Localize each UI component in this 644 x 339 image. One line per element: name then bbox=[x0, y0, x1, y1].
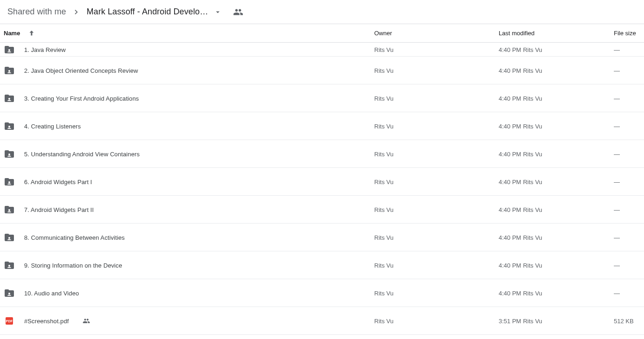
item-name: 3. Creating Your First Android Applicati… bbox=[24, 95, 139, 102]
column-header-name-label: Name bbox=[4, 30, 20, 37]
modified-cell: 4:40 PMRits Vu bbox=[499, 168, 614, 196]
column-header-row: Name Owner Last modified File size bbox=[0, 24, 644, 43]
modified-by: Rits Vu bbox=[523, 123, 542, 130]
folder-row[interactable]: 9. Storing Information on the DeviceRits… bbox=[0, 251, 644, 279]
modified-cell: 4:40 PMRits Vu bbox=[499, 112, 614, 140]
folder-row[interactable]: 10. Audio and VideoRits Vu4:40 PMRits Vu… bbox=[0, 279, 644, 307]
svg-point-3 bbox=[8, 126, 10, 128]
folder-row[interactable]: 1. Java ReviewRits Vu4:40 PMRits Vu— bbox=[0, 43, 644, 57]
folder-row[interactable]: 8. Communicating Between ActivitiesRits … bbox=[0, 224, 644, 251]
item-name: 2. Java Object Oriented Concepts Review bbox=[24, 67, 138, 74]
svg-point-4 bbox=[8, 154, 10, 155]
file-row[interactable]: PDF#Screenshot.pdfRits Vu3:51 PMRits Vu5… bbox=[0, 307, 644, 335]
name-cell: 3. Creating Your First Android Applicati… bbox=[4, 84, 374, 112]
column-header-name[interactable]: Name bbox=[4, 29, 374, 38]
modified-time: 4:40 PM bbox=[499, 46, 521, 53]
svg-point-9 bbox=[8, 293, 10, 294]
svg-point-2 bbox=[8, 98, 10, 100]
pdf-icon: PDF bbox=[6, 317, 13, 325]
item-name: 5. Understanding Android View Containers bbox=[24, 151, 140, 158]
modified-time: 4:40 PM bbox=[499, 179, 521, 185]
modified-time: 4:40 PM bbox=[499, 234, 521, 241]
modified-time: 4:40 PM bbox=[499, 67, 521, 74]
modified-cell: 4:40 PMRits Vu bbox=[499, 57, 614, 84]
modified-cell: 4:40 PMRits Vu bbox=[499, 224, 614, 251]
size-cell: — bbox=[614, 224, 640, 251]
modified-time: 4:40 PM bbox=[499, 262, 521, 269]
modified-by: Rits Vu bbox=[523, 206, 542, 213]
owner-cell: Rits Vu bbox=[374, 251, 499, 279]
column-header-owner[interactable]: Owner bbox=[374, 30, 499, 37]
folder-row[interactable]: 6. Android Widgets Part IRits Vu4:40 PMR… bbox=[0, 168, 644, 196]
modified-cell: 4:40 PMRits Vu bbox=[499, 43, 614, 57]
svg-point-5 bbox=[8, 181, 10, 183]
size-cell: — bbox=[614, 251, 640, 279]
name-cell: 8. Communicating Between Activities bbox=[4, 224, 374, 251]
item-name: 1. Java Review bbox=[24, 46, 66, 53]
size-cell: — bbox=[614, 84, 640, 112]
modified-time: 4:40 PM bbox=[499, 151, 521, 158]
svg-point-0 bbox=[8, 49, 10, 51]
svg-point-7 bbox=[8, 237, 10, 239]
svg-point-6 bbox=[8, 209, 10, 211]
modified-cell: 4:40 PMRits Vu bbox=[499, 84, 614, 112]
modified-cell: 3:51 PMRits Vu bbox=[499, 307, 614, 335]
shared-folder-icon bbox=[4, 44, 15, 55]
modified-by: Rits Vu bbox=[523, 234, 542, 241]
modified-by: Rits Vu bbox=[523, 95, 542, 102]
size-cell: — bbox=[614, 43, 640, 57]
name-cell: 5. Understanding Android View Containers bbox=[4, 140, 374, 168]
modified-time: 4:40 PM bbox=[499, 95, 521, 102]
caret-down-icon bbox=[214, 8, 222, 16]
modified-cell: 4:40 PMRits Vu bbox=[499, 196, 614, 224]
item-name: 4. Creating Listeners bbox=[24, 123, 81, 130]
item-name: 10. Audio and Video bbox=[24, 290, 79, 297]
owner-cell: Rits Vu bbox=[374, 196, 499, 224]
shared-folder-icon bbox=[4, 260, 15, 271]
shared-folder-icon bbox=[4, 148, 15, 160]
name-cell: 2. Java Object Oriented Concepts Review bbox=[4, 57, 374, 84]
size-cell: — bbox=[614, 57, 640, 84]
owner-cell: Rits Vu bbox=[374, 224, 499, 251]
shared-folder-icon bbox=[4, 288, 15, 299]
folder-row[interactable]: 3. Creating Your First Android Applicati… bbox=[0, 84, 644, 112]
owner-cell: Rits Vu bbox=[374, 140, 499, 168]
breadcrumb: Shared with me Mark Lassoff - Android De… bbox=[0, 0, 644, 24]
file-list: 1. Java ReviewRits Vu4:40 PMRits Vu—2. J… bbox=[0, 43, 644, 335]
modified-cell: 4:40 PMRits Vu bbox=[499, 140, 614, 168]
modified-by: Rits Vu bbox=[523, 262, 542, 269]
shared-folder-icon bbox=[4, 65, 15, 76]
folder-row[interactable]: 5. Understanding Android View Containers… bbox=[0, 140, 644, 168]
name-cell: 4. Creating Listeners bbox=[4, 112, 374, 140]
modified-by: Rits Vu bbox=[523, 290, 542, 297]
modified-by: Rits Vu bbox=[523, 318, 542, 325]
breadcrumb-root[interactable]: Shared with me bbox=[4, 5, 70, 19]
shared-folder-icon bbox=[4, 121, 15, 132]
name-cell: 6. Android Widgets Part I bbox=[4, 168, 374, 196]
modified-time: 3:51 PM bbox=[499, 318, 521, 325]
item-name: #Screenshot.pdf bbox=[24, 318, 69, 325]
column-header-size[interactable]: File size bbox=[614, 30, 640, 37]
name-cell: 7. Android Widgets Part II bbox=[4, 196, 374, 224]
modified-time: 4:40 PM bbox=[499, 290, 521, 297]
item-name: 8. Communicating Between Activities bbox=[24, 234, 125, 241]
modified-time: 4:40 PM bbox=[499, 123, 521, 130]
owner-cell: Rits Vu bbox=[374, 168, 499, 196]
folder-row[interactable]: 2. Java Object Oriented Concepts ReviewR… bbox=[0, 57, 644, 84]
shared-folder-icon bbox=[4, 204, 15, 215]
item-name: 6. Android Widgets Part I bbox=[24, 179, 92, 185]
owner-cell: Rits Vu bbox=[374, 84, 499, 112]
folder-row[interactable]: 4. Creating ListenersRits Vu4:40 PMRits … bbox=[0, 112, 644, 140]
chevron-right-icon bbox=[70, 7, 83, 17]
column-header-modified[interactable]: Last modified bbox=[499, 30, 614, 37]
modified-cell: 4:40 PMRits Vu bbox=[499, 251, 614, 279]
manage-people-button[interactable] bbox=[233, 7, 243, 17]
breadcrumb-current[interactable]: Mark Lassoff - Android Develo… bbox=[83, 5, 226, 19]
shared-folder-icon bbox=[4, 176, 15, 187]
breadcrumb-current-label: Mark Lassoff - Android Develo… bbox=[86, 7, 208, 17]
shared-folder-icon bbox=[4, 93, 15, 104]
name-cell: 9. Storing Information on the Device bbox=[4, 251, 374, 279]
folder-row[interactable]: 7. Android Widgets Part IIRits Vu4:40 PM… bbox=[0, 196, 644, 224]
modified-time: 4:40 PM bbox=[499, 206, 521, 213]
name-cell: 1. Java Review bbox=[4, 43, 374, 57]
